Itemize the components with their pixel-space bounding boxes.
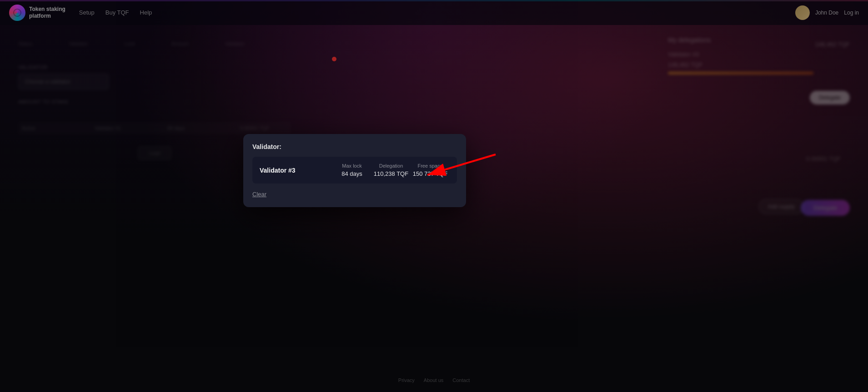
delegation-value: 110,238 TQF xyxy=(371,170,411,177)
popup-title: Validator: xyxy=(252,143,457,150)
free-space-label: Free space xyxy=(411,163,450,169)
validator-popup: Validator: Validator #3 Max lock 84 days… xyxy=(243,134,466,207)
validator-name: Validator #3 xyxy=(260,167,332,174)
validator-info-row: Validator #3 Max lock 84 days Delegation… xyxy=(252,157,457,184)
delegation-stat: Delegation 110,238 TQF xyxy=(371,163,411,177)
delegation-label: Delegation xyxy=(371,163,411,169)
max-lock-value: 84 days xyxy=(332,170,371,177)
max-lock-stat: Max lock 84 days xyxy=(332,163,371,177)
clear-link[interactable]: Clear xyxy=(252,191,266,198)
free-space-stat: Free space 150 737 TQF xyxy=(411,163,450,177)
free-space-value: 150 737 TQF xyxy=(411,170,450,177)
max-lock-label: Max lock xyxy=(332,163,371,169)
